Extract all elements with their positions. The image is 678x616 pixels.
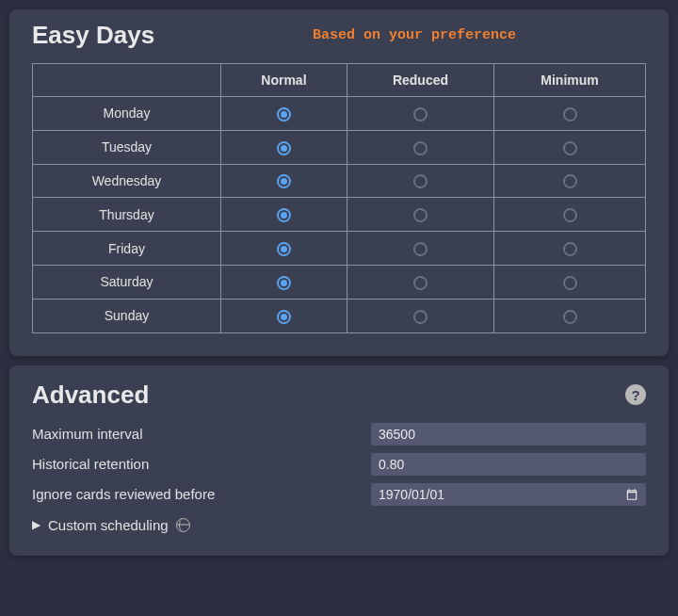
historical-retention-input[interactable] (371, 453, 646, 476)
col-reduced: Reduced (347, 64, 493, 97)
historical-retention-label: Historical retention (32, 456, 371, 472)
radio-cell (221, 130, 347, 164)
radio-cell (494, 164, 646, 198)
radio-button[interactable] (413, 208, 428, 222)
chevron-right-icon: ▶ (32, 518, 40, 531)
calendar-icon (625, 488, 638, 501)
radio-cell (347, 198, 493, 232)
table-row: Monday (33, 97, 646, 131)
table-row: Tuesday (33, 130, 646, 164)
radio-button[interactable] (563, 310, 577, 324)
radio-button[interactable] (563, 174, 577, 188)
radio-button[interactable] (413, 242, 428, 256)
maximum-interval-row: Maximum interval (32, 423, 646, 446)
easy-days-title: Easy Days (32, 21, 154, 50)
radio-button[interactable] (277, 141, 291, 155)
day-label: Friday (33, 232, 221, 266)
day-label: Wednesday (33, 164, 221, 198)
ignore-before-value: 1970/01/01 (379, 487, 444, 502)
radio-cell (494, 232, 646, 266)
easy-days-header: Easy Days Based on your preference (32, 21, 646, 50)
radio-button[interactable] (413, 141, 428, 155)
radio-button[interactable] (413, 174, 428, 188)
day-label: Monday (33, 97, 221, 131)
radio-cell (494, 198, 646, 232)
day-label: Thursday (33, 198, 221, 232)
radio-cell (494, 265, 646, 299)
radio-cell (347, 164, 493, 198)
day-label: Saturday (33, 265, 221, 299)
table-row: Wednesday (33, 164, 646, 198)
radio-cell (221, 232, 347, 266)
radio-button[interactable] (277, 174, 291, 188)
custom-scheduling-toggle[interactable]: ▶ Custom scheduling (32, 517, 646, 533)
day-label: Sunday (33, 299, 221, 332)
radio-button[interactable] (277, 310, 291, 324)
radio-cell (347, 232, 493, 266)
table-row: Friday (33, 232, 646, 266)
radio-button[interactable] (277, 107, 291, 122)
radio-cell (494, 299, 646, 332)
radio-cell (494, 130, 646, 164)
radio-cell (221, 164, 347, 198)
table-corner (33, 64, 221, 97)
custom-scheduling-label: Custom scheduling (48, 517, 169, 533)
radio-button[interactable] (277, 242, 291, 256)
radio-button[interactable] (413, 276, 428, 290)
easy-days-panel: Easy Days Based on your preference Norma… (9, 9, 669, 356)
easy-days-hint: Based on your preference (183, 27, 646, 43)
advanced-panel: Advanced ? Maximum interval Historical r… (9, 365, 669, 556)
radio-button[interactable] (563, 242, 577, 256)
radio-cell (347, 97, 493, 131)
ignore-before-label: Ignore cards reviewed before (32, 486, 371, 502)
radio-button[interactable] (563, 141, 577, 155)
table-row: Sunday (33, 299, 646, 332)
col-normal: Normal (221, 64, 347, 97)
radio-cell (221, 198, 347, 232)
radio-cell (347, 130, 493, 164)
col-minimum: Minimum (494, 64, 646, 97)
radio-cell (221, 97, 347, 131)
radio-button[interactable] (563, 107, 577, 122)
advanced-header: Advanced ? (32, 381, 646, 410)
radio-button[interactable] (413, 310, 428, 324)
maximum-interval-input[interactable] (371, 423, 646, 446)
radio-button[interactable] (413, 107, 428, 122)
maximum-interval-label: Maximum interval (32, 426, 371, 442)
radio-button[interactable] (277, 208, 291, 222)
radio-cell (221, 265, 347, 299)
radio-cell (221, 299, 347, 332)
table-row: Saturday (33, 265, 646, 299)
radio-cell (494, 97, 646, 131)
ignore-before-input[interactable]: 1970/01/01 (371, 483, 646, 506)
radio-button[interactable] (277, 276, 291, 290)
easy-days-table: Normal Reduced Minimum MondayTuesdayWedn… (32, 63, 646, 333)
advanced-title: Advanced (32, 381, 149, 410)
radio-cell (347, 265, 493, 299)
globe-icon (176, 518, 190, 532)
table-row: Thursday (33, 198, 646, 232)
day-label: Tuesday (33, 130, 221, 164)
help-icon[interactable]: ? (625, 384, 646, 405)
radio-button[interactable] (563, 276, 577, 290)
historical-retention-row: Historical retention (32, 453, 646, 476)
ignore-before-row: Ignore cards reviewed before 1970/01/01 (32, 483, 646, 506)
radio-button[interactable] (563, 208, 577, 222)
radio-cell (347, 299, 493, 332)
